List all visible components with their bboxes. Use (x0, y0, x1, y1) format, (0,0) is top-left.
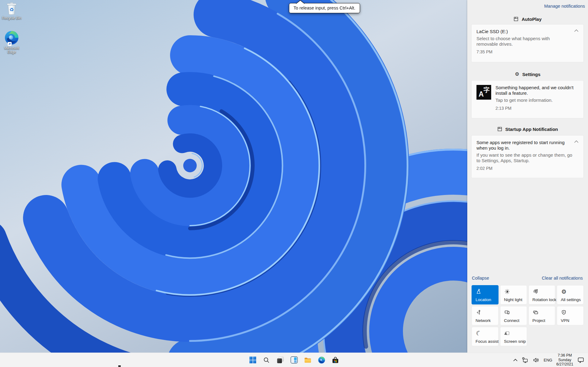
chevron-up-icon[interactable] (574, 140, 579, 143)
microsoft-store-button[interactable] (332, 356, 340, 364)
clock-date-display[interactable]: 7:36 PM Sunday 6/27/2021 (556, 353, 573, 367)
section-title: Startup App Notification (505, 127, 558, 132)
svg-text:♻: ♻ (9, 7, 14, 13)
screen-device-icon (504, 309, 510, 316)
edge-browser-button[interactable] (318, 356, 326, 364)
location-beacon-icon (475, 288, 482, 295)
vm-release-input-tooltip: To release input, press Ctrl+Alt. (289, 3, 360, 13)
notification-title: Something happened, and we couldn't inst… (495, 85, 579, 96)
tooltip-text: To release input, press Ctrl+Alt. (289, 3, 360, 13)
notification-title: Some apps were registered to start runni… (476, 140, 579, 151)
dual-screen-icon (532, 309, 539, 316)
desktop-icon-microsoft-edge[interactable]: Microsoft Edge (0, 30, 23, 54)
show-hidden-icons-button[interactable] (513, 359, 518, 361)
desktop-icon-label: Recycle Bin (2, 16, 21, 20)
section-title: Settings (522, 72, 541, 77)
app-default-icon (497, 127, 502, 132)
shortcut-arrow-badge (8, 42, 12, 46)
task-view-icon (277, 356, 284, 364)
notification-center-button[interactable] (577, 357, 584, 364)
notification-body: If you want to see the apps or change th… (476, 152, 579, 163)
wifi-antenna-icon (475, 309, 482, 316)
quick-action-rotation-lock[interactable]: Rotation lock (529, 285, 556, 304)
collapse-link[interactable]: Collapse (472, 276, 489, 281)
file-explorer-icon (304, 356, 312, 364)
clock-time: 7:36 PM (556, 353, 573, 358)
scissors-snip-icon (504, 330, 510, 337)
gear-icon: ⚙ (515, 72, 519, 77)
manage-notifications-link[interactable]: Manage notifications (544, 4, 585, 9)
quick-action-all-settings[interactable]: ⚙ All settings (557, 285, 584, 304)
quick-action-vpn[interactable]: VPN (557, 306, 584, 325)
taskbar-center-icons (0, 353, 588, 367)
notification-body: Tap to get more information. (495, 97, 579, 103)
notification-body: Select to choose what happens with remov… (476, 36, 579, 47)
clear-all-notifications-link[interactable]: Clear all notifications (542, 276, 583, 281)
moon-icon: ☾ (474, 329, 483, 338)
edge-logo-icon (4, 30, 19, 45)
chevron-up-icon (513, 359, 518, 361)
quick-action-night-light[interactable]: Night light (500, 285, 527, 304)
start-button[interactable] (249, 356, 257, 364)
sun-icon (504, 288, 510, 295)
chat-bubble-icon (577, 357, 584, 364)
quick-action-screen-snip[interactable]: Screen snip (500, 327, 527, 346)
windows-start-icon (249, 356, 256, 364)
rotate-lock-icon (532, 288, 539, 295)
network-tray-button[interactable] (522, 357, 529, 364)
notification-time: 7:35 PM (476, 49, 579, 54)
quick-actions-grid: Location Night light (472, 285, 584, 346)
action-center-panel: Manage notifications AutoPlay LaCie SSD … (467, 0, 588, 353)
taskbar: ENG 7:36 PM Sunday 6/27/2021 (0, 353, 588, 367)
desktop-icon-label: Microsoft Edge (0, 46, 23, 54)
section-header-startup: Startup App Notification (467, 126, 588, 132)
edge-icon (318, 356, 325, 364)
tooltip-tail (296, 0, 305, 4)
quick-action-location[interactable]: Location (472, 285, 499, 304)
quick-action-project[interactable]: Project (529, 306, 556, 325)
desktop-screen: ♻ Recycle Bin Microsoft Edge To release … (0, 0, 588, 367)
file-explorer-button[interactable] (304, 356, 312, 364)
speaker-icon (533, 357, 540, 364)
section-header-settings: ⚙ Settings (467, 71, 588, 77)
volume-tray-button[interactable] (533, 357, 540, 364)
quick-action-network[interactable]: Network (472, 306, 499, 325)
notification-time: 2:02 PM (476, 166, 579, 171)
desktop-icon-recycle-bin[interactable]: ♻ Recycle Bin (0, 2, 23, 20)
language-feature-app-icon: A 字 (476, 85, 491, 100)
gear-icon: ⚙ (560, 288, 567, 295)
language-indicator[interactable]: ENG (544, 358, 552, 362)
clock-day: Sunday (556, 358, 573, 362)
widgets-button[interactable] (290, 356, 298, 364)
shield-key-icon (560, 309, 567, 316)
quick-action-connect[interactable]: Connect (500, 306, 527, 325)
notification-card-startup[interactable]: Some apps were registered to start runni… (472, 136, 583, 178)
mouse-cursor-artifact (118, 365, 121, 367)
quick-action-focus-assist[interactable]: ☾ Focus assist (472, 327, 499, 346)
chevron-up-icon[interactable] (574, 29, 579, 32)
recycle-bin-icon: ♻ (6, 2, 18, 15)
section-title: AutoPlay (522, 17, 541, 22)
notification-title: LaCie SSD (E:) (476, 29, 579, 34)
search-button[interactable] (263, 356, 271, 364)
section-header-autoplay: AutoPlay (467, 16, 588, 22)
clock-date: 6/27/2021 (556, 362, 573, 367)
microsoft-store-icon (332, 356, 339, 364)
widgets-icon (290, 356, 298, 364)
network-ethernet-icon (522, 357, 529, 364)
search-icon (263, 357, 270, 364)
notification-card-settings[interactable]: A 字 Something happened, and we couldn't … (472, 81, 583, 118)
task-view-button[interactable] (276, 356, 284, 364)
system-tray: ENG 7:36 PM Sunday 6/27/2021 (513, 353, 588, 367)
app-default-icon (514, 17, 518, 21)
notification-time: 2:13 PM (495, 106, 579, 111)
notification-card-autoplay[interactable]: LaCie SSD (E:) Select to choose what hap… (472, 25, 583, 62)
